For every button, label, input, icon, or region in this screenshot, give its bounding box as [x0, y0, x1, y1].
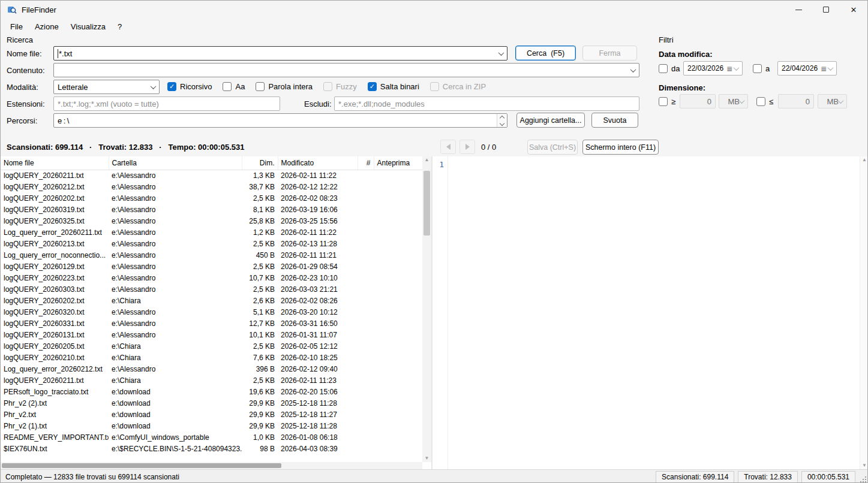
cell-modificato[interactable]: 2026-03-25 15:56 [278, 215, 358, 227]
table-row[interactable]: Log_query_error_noconnectio...e:\Alessan… [1, 249, 424, 261]
cell-count[interactable] [358, 443, 374, 454]
cell-cartella[interactable]: e:\Alessandro [109, 318, 242, 329]
cell-cartella[interactable]: e:\ComfyUI_windows_portable [109, 431, 242, 443]
maximize-button[interactable] [812, 1, 840, 19]
column-header-anteprima[interactable]: Anteprima [374, 156, 424, 170]
cell-nome-file[interactable]: logQUERY_20260202.txt [1, 192, 109, 204]
cell-cartella[interactable]: e:\download [109, 386, 242, 397]
cell-nome-file[interactable]: logQUERY_20260202.txt [1, 295, 109, 306]
checkbox-data-da[interactable]: da [659, 64, 680, 73]
preview-scrollbar[interactable]: ▲ ▼ [860, 156, 867, 469]
cell-modificato[interactable]: 2026-01-29 08:54 [278, 261, 358, 272]
cell-cartella[interactable]: e:\Alessandro [109, 215, 242, 227]
cell-count[interactable] [358, 215, 374, 227]
menu-item-file[interactable]: File [4, 20, 29, 34]
column-header-cartella[interactable]: Cartella [109, 156, 242, 170]
cell-modificato[interactable]: 2026-02-13 11:28 [278, 238, 358, 249]
table-vertical-scrollbar[interactable]: ▲ ▼ [422, 156, 431, 462]
cell-cartella[interactable]: e:\Chiara [109, 352, 242, 363]
cell-modificato[interactable]: 2026-02-11 11:22 [278, 227, 358, 238]
cell-anteprima[interactable] [374, 363, 424, 375]
chevron-down-icon[interactable] [151, 83, 157, 89]
cell-dim[interactable]: 12,7 KB [242, 318, 278, 329]
checkbox-salta-binari[interactable]: Salta binari [368, 82, 419, 91]
cell-count[interactable] [358, 375, 374, 386]
cell-nome-file[interactable]: logQUERY_20260129.txt [1, 261, 109, 272]
cell-nome-file[interactable]: logQUERY_20260319.txt [1, 204, 109, 215]
cell-dim[interactable]: 2,6 KB [242, 295, 278, 306]
spinner-control[interactable] [497, 114, 507, 127]
cell-cartella[interactable]: e:\Alessandro [109, 272, 242, 283]
cell-dim[interactable]: 1,0 KB [242, 431, 278, 443]
cell-dim[interactable]: 38,7 KB [242, 181, 278, 192]
cell-nome-file[interactable]: logQUERY_20260331.txt [1, 318, 109, 329]
cell-dim[interactable]: 25,8 KB [242, 215, 278, 227]
cell-count[interactable] [358, 227, 374, 238]
cell-dim[interactable]: 10,1 KB [242, 329, 278, 340]
cell-anteprima[interactable] [374, 397, 424, 409]
column-header-dim[interactable]: Dim. [242, 156, 278, 170]
cell-anteprima[interactable] [374, 431, 424, 443]
cell-anteprima[interactable] [374, 409, 424, 420]
cell-dim[interactable]: 2,5 KB [242, 283, 278, 295]
cell-anteprima[interactable] [374, 420, 424, 431]
table-horizontal-scrollbar[interactable] [1, 462, 422, 469]
cell-modificato[interactable]: 2026-03-20 10:12 [278, 306, 358, 318]
cell-cartella[interactable]: e:\Alessandro [109, 181, 242, 192]
cell-nome-file[interactable]: logQUERY_20260205.txt [1, 340, 109, 352]
cell-modificato[interactable]: 2026-01-08 06:18 [278, 431, 358, 443]
minimize-button[interactable] [785, 1, 812, 19]
table-row[interactable]: logQUERY_20260210.txte:\Chiara7,6 KB2026… [1, 352, 424, 363]
cell-anteprima[interactable] [374, 192, 424, 204]
table-row[interactable]: logQUERY_20260129.txte:\Alessandro2,5 KB… [1, 261, 424, 272]
table-row[interactable]: logQUERY_20260212.txte:\Alessandro38,7 K… [1, 181, 424, 192]
cell-anteprima[interactable] [374, 295, 424, 306]
scroll-up-icon[interactable]: ▲ [425, 156, 430, 164]
cell-dim[interactable]: 2,5 KB [242, 192, 278, 204]
table-row[interactable]: Log_query_error_20260212.txte:\Alessandr… [1, 363, 424, 375]
chevron-down-icon[interactable] [828, 65, 834, 71]
cell-cartella[interactable]: e:\Alessandro [109, 329, 242, 340]
cell-modificato[interactable]: 2026-02-11 11:22 [278, 170, 358, 181]
cell-modificato[interactable]: 2026-04-03 08:39 [278, 443, 358, 454]
cell-modificato[interactable]: 2026-02-05 12:12 [278, 340, 358, 352]
cell-anteprima[interactable] [374, 238, 424, 249]
cell-dim[interactable]: 10,7 KB [242, 272, 278, 283]
cell-anteprima[interactable] [374, 352, 424, 363]
cell-dim[interactable]: 19,6 KB [242, 386, 278, 397]
cell-anteprima[interactable] [374, 306, 424, 318]
cell-nome-file[interactable]: Phr_v2 (1).txt [1, 420, 109, 431]
cell-count[interactable] [358, 181, 374, 192]
cell-count[interactable] [358, 204, 374, 215]
column-header-modificato[interactable]: Modificato [278, 156, 358, 170]
date-to-picker[interactable]: 22/04/2026 ▦ [777, 61, 837, 76]
table-row[interactable]: logQUERY_20260213.txte:\Alessandro2,5 KB… [1, 238, 424, 249]
cell-count[interactable] [358, 340, 374, 352]
spinner-down-icon[interactable] [500, 120, 504, 125]
cell-count[interactable] [358, 306, 374, 318]
table-row[interactable]: logQUERY_20260205.txte:\Chiara2,5 KB2026… [1, 340, 424, 352]
modalita-select[interactable]: Letterale [53, 80, 160, 94]
cell-count[interactable] [358, 295, 374, 306]
cell-modificato[interactable]: 2026-01-31 11:07 [278, 329, 358, 340]
checkbox-size-max[interactable]: ≤ [756, 97, 773, 106]
cell-nome-file[interactable]: logQUERY_20260223.txt [1, 272, 109, 283]
cell-cartella[interactable]: e:\download [109, 420, 242, 431]
cell-dim[interactable]: 5,1 KB [242, 306, 278, 318]
cell-dim[interactable]: 29,9 KB [242, 409, 278, 420]
cell-cartella[interactable]: e:\download [109, 397, 242, 409]
cell-dim[interactable]: 450 B [242, 249, 278, 261]
cell-cartella[interactable]: e:\Chiara [109, 340, 242, 352]
cell-anteprima[interactable] [374, 329, 424, 340]
menu-item-azione[interactable]: Azione [29, 20, 65, 34]
cell-anteprima[interactable] [374, 375, 424, 386]
cell-dim[interactable]: 1,3 KB [242, 170, 278, 181]
table-row[interactable]: logQUERY_20260320.txte:\Alessandro5,1 KB… [1, 306, 424, 318]
cell-count[interactable] [358, 261, 374, 272]
table-row[interactable]: Phr_v2.txte:\download29,9 KB2025-12-18 1… [1, 409, 424, 420]
date-from-picker[interactable]: 22/03/2026 ▦ [683, 61, 743, 76]
cell-nome-file[interactable]: logQUERY_20260303.txt [1, 283, 109, 295]
cell-dim[interactable]: 2,5 KB [242, 261, 278, 272]
cell-modificato[interactable]: 2026-02-20 15:06 [278, 386, 358, 397]
cell-count[interactable] [358, 272, 374, 283]
